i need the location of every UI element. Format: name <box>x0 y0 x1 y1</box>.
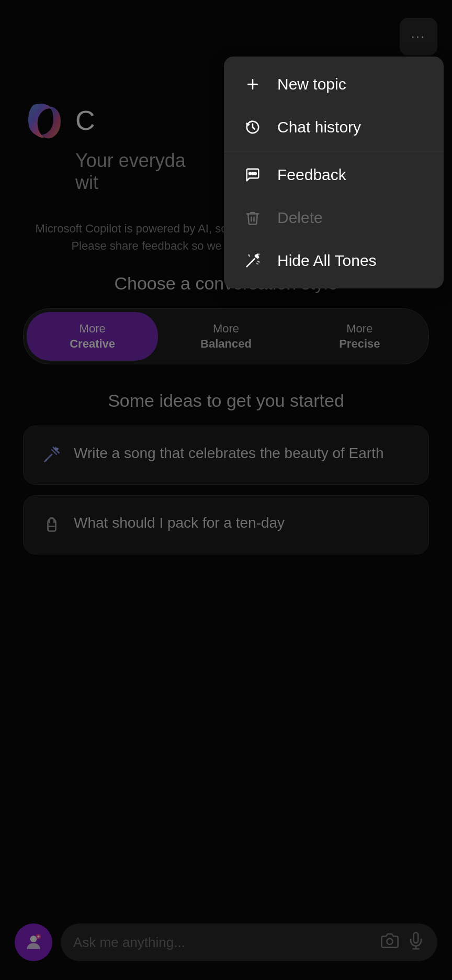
delete-label: Delete <box>277 209 323 227</box>
svg-point-4 <box>249 173 251 175</box>
menu-divider-1 <box>224 151 444 151</box>
dropdown-menu: New topic Chat history Feedback <box>224 57 444 288</box>
menu-item-new-topic[interactable]: New topic <box>224 63 444 106</box>
feedback-icon <box>243 165 263 185</box>
history-icon <box>243 117 263 137</box>
svg-line-10 <box>258 261 259 262</box>
menu-item-delete: Delete <box>224 196 444 239</box>
menu-item-feedback[interactable]: Feedback <box>224 153 444 196</box>
svg-line-11 <box>257 263 258 264</box>
svg-point-5 <box>254 173 256 175</box>
svg-line-6 <box>247 259 255 266</box>
new-topic-label: New topic <box>277 75 346 93</box>
trash-icon <box>243 208 263 228</box>
svg-point-3 <box>252 173 254 175</box>
feedback-label: Feedback <box>277 166 346 184</box>
chat-history-label: Chat history <box>277 118 361 136</box>
svg-line-9 <box>249 255 250 257</box>
menu-item-hide-tones[interactable]: Hide All Tones <box>224 239 444 282</box>
wand-icon <box>243 251 263 271</box>
hide-tones-label: Hide All Tones <box>277 252 377 270</box>
plus-icon <box>243 74 263 94</box>
menu-item-chat-history[interactable]: Chat history <box>224 106 444 149</box>
